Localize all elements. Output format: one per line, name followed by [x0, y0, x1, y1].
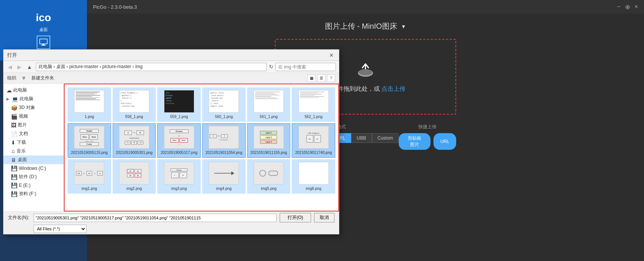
footer-filename-row: 文件名(N): 打开(O) 取消 — [8, 213, 334, 222]
file-name-0: 1.png — [85, 114, 94, 119]
file-item-14[interactable]: Header L R img3.png — [157, 159, 201, 194]
address-breadcrumb[interactable]: 此电脑 › 桌面 › picture-master › picture-mast… — [36, 63, 267, 71]
svg-point-4 — [359, 69, 372, 75]
video-icon: 🎬 — [11, 113, 17, 120]
close-button[interactable]: × — [635, 3, 638, 10]
pc-icon: 💻 — [12, 96, 18, 102]
file-item-4[interactable]: 561_1.png — [247, 87, 291, 122]
view-btn-1[interactable]: ▦ — [307, 75, 316, 82]
nav-pc[interactable]: ▶ 💻 此电脑 — [3, 95, 63, 103]
clipboard-upload-btn[interactable]: 剪贴板图片 — [399, 133, 430, 150]
file-item-0[interactable]: 1.png — [68, 87, 111, 122]
3d-icon: 📦 — [11, 105, 17, 111]
file-item-13[interactable]: R1 R2 R3 R4 img2.png — [113, 159, 156, 194]
minimize-button[interactable]: − — [617, 3, 620, 10]
picgo-titlebar: PicGo - 2.3.0-beta.3 − ⊕ × — [87, 0, 644, 14]
sidebar-desktop-icon — [37, 36, 50, 49]
file-thumb-6: Header Box1 Box2 Footer — [74, 126, 104, 149]
dialog-body: ☁ 此电脑 ▶ 💻 此电脑 📦 3D 对象 🎬 视频 🖼 图片 📄 — [3, 84, 339, 211]
quick-upload-buttons: 剪贴板图片 URL — [399, 133, 456, 150]
d-drive-icon: 💾 — [11, 174, 17, 180]
file-item-6[interactable]: Header Box1 Box2 Footer 20 — [68, 123, 111, 158]
file-name-12: img1.png — [82, 186, 97, 191]
quick-upload-label: 快捷上传 — [418, 124, 437, 130]
format-custom-btn[interactable]: Custom — [372, 133, 399, 143]
open-button[interactable]: 打开(O) — [280, 213, 311, 222]
nav-downloads[interactable]: ⬇ 下载 — [3, 138, 63, 147]
svg-rect-8 — [269, 171, 278, 176]
maximize-button[interactable]: ⊕ — [625, 3, 630, 11]
nav-desktop[interactable]: 🖥 桌面 — [3, 155, 63, 164]
file-item-17[interactable]: img6.png — [292, 159, 335, 194]
file-thumb-4 — [254, 90, 284, 113]
filetype-select[interactable]: All Files (*.*) — [34, 225, 87, 233]
file-name-11: 20210519011740.png — [295, 150, 332, 155]
up-button[interactable]: ▲ — [25, 63, 34, 71]
view-btn-2[interactable]: ☰ — [317, 75, 325, 82]
file-thumb-17 — [299, 162, 329, 185]
file-item-9[interactable]: S E flow diagram 20210519011054.png — [202, 123, 246, 158]
sidebar-desktop-label: 桌面 — [39, 27, 48, 33]
files-grid: 1.png class Example { getVal(); return v… — [68, 87, 335, 194]
nav-docs[interactable]: 📄 文档 — [3, 129, 63, 138]
file-thumb-2: class Example getVal "string" //comment — [164, 90, 194, 113]
new-folder-btn[interactable]: 新建文件夹 — [31, 75, 54, 81]
nav-music[interactable]: ♫ 音乐 — [3, 147, 63, 155]
forward-button[interactable]: ▶ — [16, 63, 23, 71]
file-item-2[interactable]: class Example getVal "string" //comment … — [157, 87, 201, 122]
url-upload-btn[interactable]: URL — [433, 133, 456, 150]
svg-point-7 — [260, 170, 266, 176]
dialog-nav: ☁ 此电脑 ▶ 💻 此电脑 📦 3D 对象 🎬 视频 🖼 图片 📄 — [3, 84, 64, 211]
help-btn[interactable]: ? — [327, 75, 335, 82]
nav-c-drive[interactable]: 💾 Windows (C:) — [3, 164, 63, 172]
file-thumb-14: Header L R — [164, 162, 194, 185]
file-name-14: img3.png — [171, 186, 187, 191]
dropdown-icon[interactable]: ▼ — [401, 23, 406, 30]
cancel-button[interactable]: 取消 — [314, 213, 334, 222]
e-drive-icon: 💾 — [11, 182, 17, 188]
file-item-12[interactable]: DB ↔ SV → CL img1.png — [68, 159, 111, 194]
wps-icon: ☁ — [6, 87, 12, 93]
nav-f-drive[interactable]: 💾 资料 (F:) — [3, 190, 63, 198]
nav-wps[interactable]: ☁ 此电脑 — [3, 86, 63, 95]
file-item-11[interactable]: UML Diagram Cls Int 20210519011740.png — [292, 123, 335, 158]
dialog-toolbar: 组织 ▼ 新建文件夹 ▦ ☰ ? — [3, 73, 339, 84]
file-thumb-9: S E flow diagram — [209, 126, 239, 149]
nav-pictures[interactable]: 🖼 图片 — [3, 121, 63, 129]
file-item-5[interactable]: 562_1.png — [292, 87, 335, 122]
nav-e-drive[interactable]: 💾 E (E:) — [3, 181, 63, 190]
file-item-1[interactable]: class Example { getVal(); return v; } fu… — [113, 87, 156, 122]
back-button[interactable]: ◀ — [6, 63, 14, 71]
file-name-3: 560_1.png — [215, 114, 233, 119]
dialog-footer: 文件名(N): 打开(O) 取消 All Files (*.*) — [3, 211, 339, 234]
file-item-15[interactable]: img4.png — [202, 159, 246, 194]
search-input[interactable] — [276, 63, 336, 71]
file-dialog: 打开 ✕ ◀ ▶ ▲ 此电脑 › 桌面 › picture-master › p… — [3, 49, 339, 235]
file-name-5: 562_1.png — [305, 114, 322, 119]
file-name-17: img6.png — [306, 186, 321, 191]
file-item-3[interactable]: public class void main() System.out retu… — [202, 87, 246, 122]
pc-expand-icon: ▶ — [6, 97, 9, 101]
file-item-16[interactable]: img5.png — [247, 159, 291, 194]
file-name-7: 20210519005301.png — [116, 150, 152, 155]
nav-video[interactable]: 🎬 视频 — [3, 112, 63, 121]
filename-input[interactable] — [34, 214, 277, 222]
dialog-close-button[interactable]: ✕ — [328, 51, 335, 59]
dialog-files[interactable]: 1.png class Example { getVal(); return v… — [64, 84, 339, 211]
file-name-8: 20210519005317.png — [161, 150, 197, 155]
nav-d-drive[interactable]: 💾 软件 (D:) — [3, 172, 63, 181]
format-ubb-btn[interactable]: UBB — [351, 133, 372, 143]
picgo-header: 图片上传 - MinIO图床 ▼ — [325, 21, 406, 31]
file-item-7[interactable]: A → B relationship C1 C2 C3 — [113, 123, 156, 158]
upload-click-link[interactable]: 点击上传 — [381, 85, 406, 92]
titlebar-controls: − ⊕ × — [617, 3, 638, 11]
file-item-10[interactable]: Layer 1 Layer 2 Layer 3 20210519011155.p… — [247, 123, 291, 158]
refresh-button[interactable]: ↻ — [269, 64, 273, 70]
file-name-13: img2.png — [126, 186, 142, 191]
nav-3d[interactable]: 📦 3D 对象 — [3, 103, 63, 112]
file-name-1: 558_1.png — [125, 114, 143, 119]
file-item-8[interactable]: Process ↓ Step1 Step2 ↓ ↓ 20210519005317… — [157, 123, 201, 158]
file-thumb-11: UML Diagram Cls Int — [299, 126, 329, 149]
file-thumb-7: A → B relationship C1 C2 C3 — [119, 126, 149, 149]
dialog-title-text: 打开 — [7, 52, 17, 59]
